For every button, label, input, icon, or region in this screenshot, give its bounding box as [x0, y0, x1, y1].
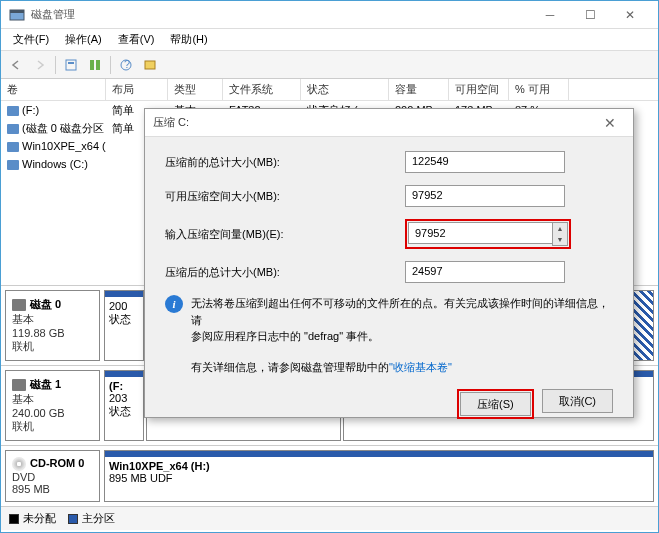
shrink-amount-input[interactable] — [408, 222, 552, 244]
maximize-button[interactable]: ☐ — [570, 1, 610, 29]
partition[interactable]: (F:203状态 — [104, 370, 144, 441]
header-capacity[interactable]: 容量 — [389, 79, 449, 100]
menu-help[interactable]: 帮助(H) — [162, 30, 215, 49]
info-text-2: 有关详细信息，请参阅磁盘管理帮助中的"收缩基本卷" — [191, 359, 613, 376]
volume-icon — [7, 160, 19, 170]
forward-button[interactable] — [29, 54, 51, 76]
header-status[interactable]: 状态 — [301, 79, 389, 100]
svg-rect-8 — [145, 61, 155, 69]
svg-rect-3 — [68, 62, 74, 64]
cd-icon — [12, 457, 26, 471]
dialog-close-button[interactable]: ✕ — [595, 115, 625, 131]
volume-icon — [7, 106, 19, 116]
value-total-after: 24597 — [405, 261, 565, 283]
value-total-before: 122549 — [405, 151, 565, 173]
svg-rect-4 — [90, 60, 94, 70]
disk-1-label[interactable]: 磁盘 1 基本 240.00 GB 联机 — [5, 370, 100, 441]
help-button[interactable]: ? — [115, 54, 137, 76]
spinner-buttons[interactable]: ▲▼ — [552, 222, 568, 246]
info-text-1: 无法将卷压缩到超出任何不可移动的文件所在的点。有关完成该操作时间的详细信息，请 … — [191, 295, 613, 345]
refresh-button[interactable] — [84, 54, 106, 76]
minimize-button[interactable]: ─ — [530, 1, 570, 29]
menu-file[interactable]: 文件(F) — [5, 30, 57, 49]
back-button[interactable] — [5, 54, 27, 76]
cancel-button[interactable]: 取消(C) — [542, 389, 613, 413]
menu-action[interactable]: 操作(A) — [57, 30, 110, 49]
volume-icon — [7, 142, 19, 152]
help-link[interactable]: "收缩基本卷" — [389, 361, 452, 373]
cdrom-0-label[interactable]: CD-ROM 0 DVD 895 MB — [5, 450, 100, 502]
label-total-before: 压缩前的总计大小(MB): — [165, 155, 405, 170]
legend-primary: 主分区 — [68, 511, 115, 526]
value-available: 97952 — [405, 185, 565, 207]
svg-rect-1 — [10, 10, 24, 13]
svg-rect-2 — [66, 60, 76, 70]
view-options-button[interactable] — [60, 54, 82, 76]
header-free[interactable]: 可用空间 — [449, 79, 509, 100]
label-total-after: 压缩后的总计大小(MB): — [165, 265, 405, 280]
partition[interactable]: 200状态 — [104, 290, 144, 361]
hdd-icon — [12, 299, 26, 311]
close-button[interactable]: ✕ — [610, 1, 650, 29]
hdd-icon — [12, 379, 26, 391]
shrink-button[interactable]: 压缩(S) — [460, 392, 531, 416]
header-volume[interactable]: 卷 — [1, 79, 106, 100]
label-available: 可用压缩空间大小(MB): — [165, 189, 405, 204]
app-icon — [9, 7, 25, 23]
header-type[interactable]: 类型 — [168, 79, 223, 100]
disk-0-label[interactable]: 磁盘 0 基本 119.88 GB 联机 — [5, 290, 100, 361]
label-enter-amount: 输入压缩空间量(MB)(E): — [165, 227, 405, 242]
info-icon: i — [165, 295, 183, 313]
legend-unallocated: 未分配 — [9, 511, 56, 526]
svg-text:?: ? — [124, 58, 130, 70]
volume-icon — [7, 124, 19, 134]
partition[interactable]: Win10XPE_x64 (H:)895 MB UDF — [104, 450, 654, 502]
header-pct[interactable]: % 可用 — [509, 79, 569, 100]
svg-rect-5 — [96, 60, 100, 70]
window-title: 磁盘管理 — [31, 7, 530, 22]
header-fs[interactable]: 文件系统 — [223, 79, 301, 100]
header-layout[interactable]: 布局 — [106, 79, 168, 100]
dialog-title: 压缩 C: — [153, 115, 595, 130]
properties-button[interactable] — [139, 54, 161, 76]
menu-view[interactable]: 查看(V) — [110, 30, 163, 49]
shrink-dialog: 压缩 C: ✕ 压缩前的总计大小(MB): 122549 可用压缩空间大小(MB… — [144, 108, 634, 418]
